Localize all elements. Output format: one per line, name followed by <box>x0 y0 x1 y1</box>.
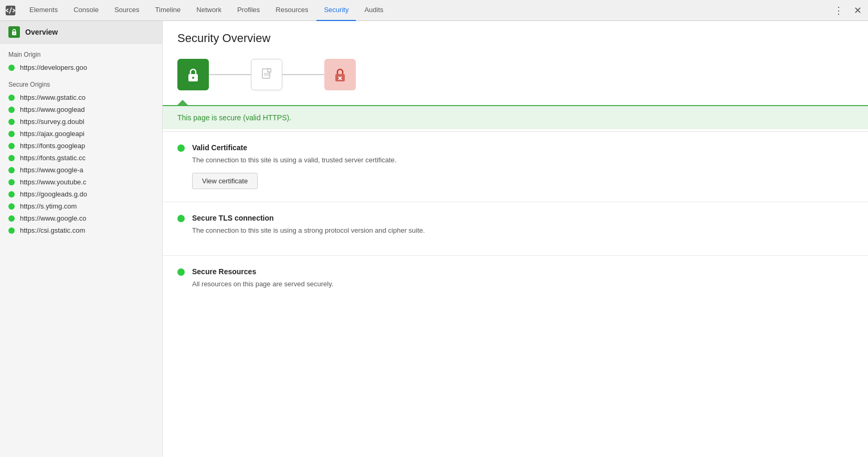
tab-network[interactable]: Network <box>189 0 229 21</box>
toolbar: Elements Console Sources Timeline Networ… <box>0 0 868 21</box>
list-item[interactable]: https://fonts.googleap <box>0 140 162 152</box>
pipeline-arrow <box>163 100 868 105</box>
tab-elements[interactable]: Elements <box>22 0 65 21</box>
origin-dot <box>8 131 15 137</box>
section-header: Valid Certificate The connection to this… <box>177 143 853 189</box>
origin-dot <box>8 191 15 198</box>
section-title: Secure Resources <box>192 267 333 276</box>
section-header: Secure Resources All resources on this p… <box>177 267 853 297</box>
resource-node <box>251 59 282 90</box>
list-item[interactable]: https://survey.g.doubl <box>0 116 162 128</box>
section-content: Secure TLS connection The connection to … <box>192 214 425 243</box>
origin-dot <box>8 203 15 210</box>
section-status-dot <box>177 215 185 222</box>
origin-text: https://www.gstatic.co <box>20 94 86 101</box>
list-item[interactable]: https://www.gstatic.co <box>0 91 162 103</box>
section-description: The connection to this site is using a v… <box>192 155 396 165</box>
sidebar-overview[interactable]: Overview <box>0 21 162 44</box>
origin-text: https://googleads.g.do <box>20 190 87 198</box>
svg-point-2 <box>14 33 15 34</box>
tab-audits[interactable]: Audits <box>357 0 390 21</box>
main-origin-title: Main Origin <box>0 44 162 61</box>
svg-rect-6 <box>268 69 271 72</box>
main-layout: Overview Main Origin https://developers.… <box>0 21 868 457</box>
list-item[interactable]: https://s.ytimg.com <box>0 200 162 212</box>
devtools-logo <box>3 3 18 18</box>
section-content: Valid Certificate The connection to this… <box>192 143 396 189</box>
section-header: Secure TLS connection The connection to … <box>177 214 853 243</box>
section-title: Secure TLS connection <box>192 214 425 222</box>
list-item[interactable]: https://www.google.co <box>0 212 162 224</box>
origin-dot <box>8 227 15 234</box>
section-content: Secure Resources All resources on this p… <box>192 267 333 297</box>
overview-label: Overview <box>25 28 58 36</box>
page-title: Security Overview <box>163 21 868 54</box>
section-description: The connection to this site is using a s… <box>192 225 425 236</box>
close-button[interactable]: ✕ <box>850 3 865 18</box>
secure-origin-node <box>177 59 209 90</box>
origin-text: https://www.googlead <box>20 106 85 113</box>
origin-dot <box>8 179 15 185</box>
list-item[interactable]: https://csi.gstatic.com <box>0 224 162 236</box>
security-status-bar: This page is secure (valid HTTPS). <box>163 105 868 129</box>
secure-origins-title: Secure Origins <box>0 74 162 91</box>
list-item[interactable]: https://www.youtube.c <box>0 176 162 188</box>
origin-text: https://s.ytimg.com <box>20 202 77 210</box>
origin-text: https://fonts.gstatic.cc <box>20 154 86 162</box>
origin-text: https://www.google.co <box>20 214 86 222</box>
tab-sources[interactable]: Sources <box>107 0 147 21</box>
valid-certificate-section: Valid Certificate The connection to this… <box>163 132 868 202</box>
origin-text: https://survey.g.doubl <box>20 118 84 126</box>
insecure-resource-node <box>324 59 356 90</box>
security-pipeline <box>163 54 868 105</box>
origin-dot <box>8 155 15 161</box>
origin-text: https://fonts.googleap <box>20 142 85 150</box>
pipeline-connector-1 <box>209 74 251 75</box>
list-item[interactable]: https://www.googlead <box>0 103 162 116</box>
section-description: All resources on this page are served se… <box>192 279 333 289</box>
origin-text: https://www.google-a <box>20 166 83 174</box>
secure-tls-section: Secure TLS connection The connection to … <box>163 202 868 256</box>
tab-security[interactable]: Security <box>316 0 356 21</box>
origin-dot <box>8 119 15 125</box>
origin-text: https://csi.gstatic.com <box>20 226 85 234</box>
origin-dot <box>8 167 15 173</box>
origin-dot <box>8 107 15 113</box>
main-origin-text: https://developers.goo <box>20 64 87 71</box>
origin-dot <box>8 95 15 101</box>
list-item[interactable]: https://ajax.googleapi <box>0 128 162 140</box>
tab-console[interactable]: Console <box>66 0 106 21</box>
pipeline-connector-2 <box>282 74 324 75</box>
origin-dot <box>8 143 15 149</box>
content-area: Security Overview <box>163 21 868 457</box>
section-status-dot <box>177 268 185 276</box>
section-title: Valid Certificate <box>192 143 396 152</box>
lock-icon <box>8 26 20 38</box>
pipeline-diagram <box>163 54 868 100</box>
toolbar-actions: ⋮ ✕ <box>831 3 865 18</box>
main-origin-item[interactable]: https://developers.goo <box>0 61 162 74</box>
tab-profiles[interactable]: Profiles <box>230 0 267 21</box>
tab-timeline[interactable]: Timeline <box>148 0 188 21</box>
section-status-dot <box>177 144 185 152</box>
status-text: This page is secure (valid HTTPS). <box>177 113 291 122</box>
tab-resources[interactable]: Resources <box>268 0 315 21</box>
sidebar: Overview Main Origin https://developers.… <box>0 21 163 457</box>
list-item[interactable]: https://fonts.gstatic.cc <box>0 152 162 164</box>
list-item[interactable]: https://www.google-a <box>0 164 162 176</box>
more-options-button[interactable]: ⋮ <box>831 3 846 18</box>
origin-dot <box>8 65 15 71</box>
origin-text: https://ajax.googleapi <box>20 130 84 138</box>
view-certificate-button[interactable]: View certificate <box>192 173 258 189</box>
list-item[interactable]: https://googleads.g.do <box>0 188 162 200</box>
secure-resources-section: Secure Resources All resources on this p… <box>163 256 868 309</box>
origin-text: https://www.youtube.c <box>20 178 86 186</box>
origin-dot <box>8 215 15 222</box>
svg-point-4 <box>192 77 194 79</box>
